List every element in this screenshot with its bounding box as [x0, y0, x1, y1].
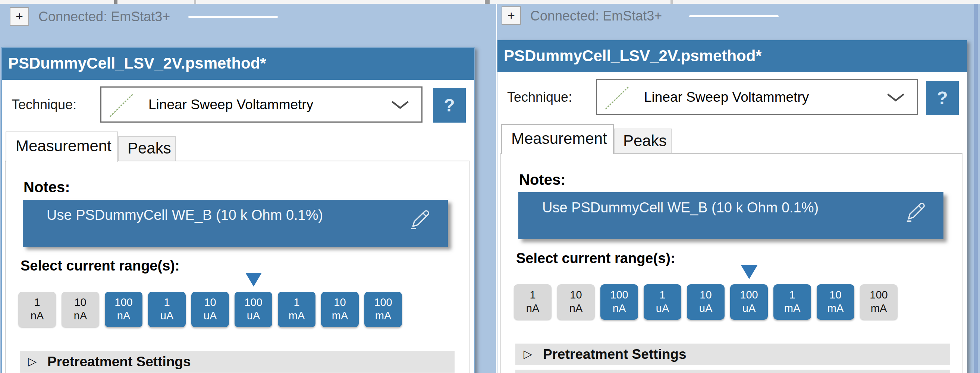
range-button-1mA[interactable]: 1 mA [278, 292, 315, 327]
clipped-ui-fragment [114, 0, 118, 4]
range-unit: nA [557, 302, 595, 315]
range-button-1uA[interactable]: 1 uA [644, 284, 681, 320]
range-button-100mA[interactable]: 100 mA [860, 284, 897, 320]
header-separator-line [689, 15, 779, 17]
range-button-10uA[interactable]: 10 uA [191, 292, 229, 327]
range-value: 1 [773, 288, 811, 302]
top-clipped-strip [0, 0, 980, 4]
method-editor-card: PSDummyCell_LSV_2V.psmethod* Technique: … [1, 47, 475, 373]
current-range-row: 1 nA 10 nA 100 nA 1 uA 10 uA [18, 292, 402, 327]
technique-label: Technique: [11, 97, 76, 113]
range-value: 1 [514, 288, 552, 302]
technique-combobox[interactable]: Linear Sweep Voltammetry [596, 79, 918, 115]
chevron-down-icon [887, 93, 904, 103]
tab-peaks[interactable]: Peaks [118, 136, 176, 160]
range-unit: uA [191, 309, 229, 322]
header-separator-line [188, 16, 278, 18]
range-unit: nA [514, 302, 552, 315]
range-button-1uA[interactable]: 1 uA [148, 292, 186, 327]
range-unit: nA [62, 309, 99, 322]
technique-combobox[interactable]: Linear Sweep Voltammetry [100, 86, 423, 122]
technique-help-button[interactable]: ? [433, 88, 466, 122]
range-button-1nA[interactable]: 1 nA [514, 284, 552, 320]
range-value: 100 [730, 288, 768, 302]
range-unit: mA [860, 302, 897, 315]
range-value: 1 [644, 288, 681, 302]
clipped-ui-fragment [670, 0, 673, 4]
selected-range-marker-icon [245, 273, 262, 287]
range-unit: mA [364, 309, 402, 322]
range-unit: uA [730, 302, 768, 315]
range-value: 1 [148, 295, 186, 309]
range-button-10uA[interactable]: 10 uA [687, 284, 725, 320]
expander-label: Pretreatment Settings [47, 351, 191, 373]
current-range-row: 1 nA 10 nA 100 nA 1 uA 10 uA 100 uA [514, 284, 897, 320]
pencil-icon[interactable] [903, 198, 929, 224]
selected-range-marker-icon [741, 265, 757, 279]
chevron-down-icon [391, 100, 409, 110]
expander-arrow-icon: ▷ [523, 344, 532, 364]
range-button-100uA[interactable]: 100 uA [730, 284, 768, 320]
range-value: 10 [62, 295, 99, 309]
current-range-label: Select current range(s): [516, 251, 675, 267]
range-value: 10 [321, 295, 359, 309]
range-unit: nA [18, 309, 56, 322]
range-unit: nA [600, 302, 638, 315]
notes-label: Notes: [519, 171, 565, 188]
pretreatment-settings-expander[interactable]: ▷ Pretreatment Settings [515, 344, 950, 365]
range-value: 10 [557, 288, 595, 302]
range-value: 1 [278, 295, 315, 309]
window-edge [974, 4, 978, 373]
technique-selected-value: Linear Sweep Voltammetry [644, 80, 809, 114]
range-button-100uA[interactable]: 100 uA [235, 292, 272, 327]
expand-connection-button[interactable]: + [10, 7, 29, 26]
range-value: 10 [191, 295, 229, 309]
range-unit: mA [817, 302, 854, 315]
expand-connection-button[interactable]: + [501, 6, 521, 25]
clipped-ui-fragment [194, 0, 196, 4]
tab-peaks[interactable]: Peaks [614, 129, 671, 153]
tab-measurement[interactable]: Measurement [6, 132, 118, 162]
range-unit: mA [773, 302, 811, 315]
range-button-10mA[interactable]: 10 mA [817, 284, 854, 320]
range-unit: uA [235, 309, 272, 322]
range-button-10nA[interactable]: 10 nA [62, 292, 99, 327]
notes-editor[interactable]: Use PSDummyCell WE_B (10 k Ohm 0.1%) [23, 200, 448, 247]
instrument-panel-left: + Connected: EmStat3+ PSDummyCell_LSV_2V… [0, 4, 496, 373]
range-button-10nA[interactable]: 10 nA [557, 284, 595, 320]
notes-text: Use PSDummyCell WE_B (10 k Ohm 0.1%) [542, 200, 819, 216]
range-value: 100 [235, 295, 272, 309]
expander-label: Pretreatment Settings [543, 344, 687, 365]
range-unit: uA [148, 309, 186, 322]
range-unit: mA [321, 309, 359, 322]
range-unit: uA [644, 302, 681, 315]
range-value: 100 [600, 288, 638, 302]
method-title-bar: PSDummyCell_LSV_2V.psmethod* [2, 48, 474, 80]
clipped-ui-fragment [485, 0, 490, 4]
pretreatment-settings-expander[interactable]: ▷ Pretreatment Settings [20, 351, 455, 373]
range-value: 100 [860, 288, 897, 302]
method-title-bar: PSDummyCell_LSV_2V.psmethod* [498, 40, 967, 72]
technique-selected-value: Linear Sweep Voltammetry [148, 87, 313, 121]
connection-status: Connected: EmStat3+ [530, 8, 662, 24]
method-title: PSDummyCell_LSV_2V.psmethod* [504, 40, 762, 71]
expander-arrow-icon: ▷ [28, 351, 37, 372]
range-button-1mA[interactable]: 1 mA [773, 284, 811, 320]
pencil-icon[interactable] [407, 206, 434, 232]
range-unit: nA [105, 309, 142, 322]
range-unit: uA [687, 302, 725, 315]
range-value: 1 [18, 295, 56, 309]
range-button-100mA[interactable]: 100 mA [364, 292, 402, 327]
next-section-expander-clipped[interactable] [515, 370, 950, 373]
range-button-100nA[interactable]: 100 nA [105, 292, 142, 327]
lsv-ramp-icon [107, 90, 137, 120]
notes-editor[interactable]: Use PSDummyCell WE_B (10 k Ohm 0.1%) [518, 192, 943, 239]
tab-measurement[interactable]: Measurement [501, 124, 614, 154]
current-range-label: Select current range(s): [21, 258, 180, 274]
range-button-1nA[interactable]: 1 nA [18, 292, 56, 327]
range-value: 100 [364, 295, 402, 309]
range-value: 10 [817, 288, 854, 302]
range-button-100nA[interactable]: 100 nA [600, 284, 638, 320]
range-button-10mA[interactable]: 10 mA [321, 292, 359, 327]
technique-help-button[interactable]: ? [926, 81, 959, 115]
